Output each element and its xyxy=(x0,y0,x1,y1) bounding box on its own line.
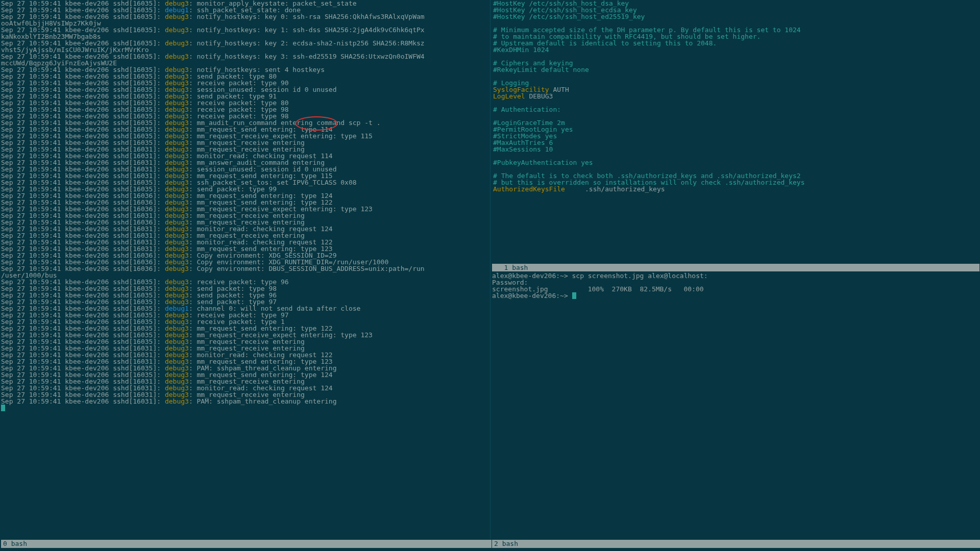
config-comment: #HostKey /etc/ssh/ssh_host_ed25519_key xyxy=(493,13,645,20)
config-comment: #RekeyLimit default none xyxy=(493,66,589,73)
tmux-tab-left[interactable]: 0 bash xyxy=(1,540,492,548)
tmux-tab-right-upper[interactable]: 1 bash xyxy=(492,264,979,271)
log-level: debug3 xyxy=(165,397,189,405)
config-comment: # Authentication: xyxy=(493,106,561,113)
log-level: debug3 xyxy=(165,13,189,20)
shell-cursor xyxy=(572,292,576,299)
config-comment: #PubkeyAuthentication yes xyxy=(493,159,593,166)
log-level: debug3 xyxy=(165,265,189,272)
config-key: LogLevel xyxy=(493,92,525,100)
log-level: debug3 xyxy=(165,39,189,47)
log-message: : notify_hostkeys: key 3: ssh-ed25519 SH… xyxy=(189,53,425,60)
left-log-pane[interactable]: Sep 27 10:59:41 kbee-dev206 sshd[16035]:… xyxy=(0,0,491,539)
config-comment: #MaxSessions 10 xyxy=(493,145,553,153)
config-value: .ssh/authorized_keys xyxy=(565,185,665,193)
log-message: : notify_hostkeys: key 1: ssh-dss SHA256… xyxy=(189,26,425,34)
shell-prompt-line-2: alex@kbee-dev206:~> xyxy=(492,292,572,299)
tmux-tab-right-lower[interactable]: 2 bash xyxy=(492,540,980,548)
transfer-stats: 100% 270KB 82.5MB/s 00:00 xyxy=(588,286,704,292)
log-level: debug3 xyxy=(165,26,189,34)
log-prefix: Sep 27 10:59:41 kbee-dev206 sshd[16031]: xyxy=(1,397,165,405)
log-message: : PAM: sshpam_thread_cleanup entering xyxy=(189,397,337,405)
config-pane[interactable]: #HostKey /etc/ssh/ssh_host_dsa_key #Host… xyxy=(491,0,980,257)
log-message: : Copy environment: DBUS_SESSION_BUS_ADD… xyxy=(189,265,425,272)
log-message: : notify_hostkeys: key 0: ssh-rsa SHA256… xyxy=(189,13,425,20)
left-pane-cursor xyxy=(1,405,5,411)
shell-pane[interactable]: alex@kbee-dev206:~> scp screenshot.jpg a… xyxy=(492,272,708,299)
pane-divider xyxy=(490,0,491,539)
log-message: : notify_hostkeys: key 2: ecdsa-sha2-nis… xyxy=(189,39,425,47)
config-comment: #KexDHMin 1024 xyxy=(493,46,549,54)
config-value: DEBUG3 xyxy=(525,92,553,100)
log-level: debug3 xyxy=(165,53,189,60)
config-key: AuthorizedKeysFile xyxy=(493,185,565,193)
